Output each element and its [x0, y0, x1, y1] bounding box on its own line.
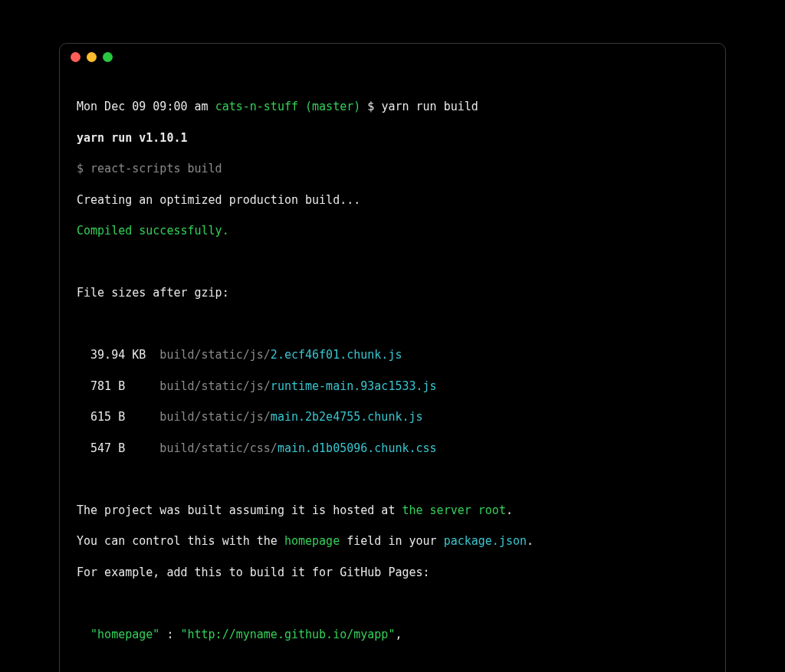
creating-build: Creating an optimized production build..…: [77, 192, 708, 208]
homepage-info: You can control this with the homepage f…: [77, 533, 708, 549]
package-json: package.json: [444, 534, 527, 548]
maximize-icon[interactable]: [103, 52, 113, 62]
blank-line: [77, 316, 708, 332]
text: .: [506, 503, 513, 517]
file-size: 547 B: [90, 441, 153, 456]
prompt-separator: $: [360, 100, 381, 113]
file-name: main.2b2e4755.chunk.js: [271, 410, 423, 424]
file-path: build/static/js/: [159, 379, 271, 393]
file-row: 39.94 KB build/static/js/2.ecf46f01.chun…: [77, 347, 708, 362]
indent: [77, 441, 90, 455]
window-titlebar: [60, 44, 725, 70]
file-row: 615 B build/static/js/main.2b2e4755.chun…: [77, 409, 708, 425]
file-path: build/static/js/: [159, 410, 271, 424]
comma: ,: [395, 628, 402, 641]
example-info: For example, add this to build it for Gi…: [77, 565, 708, 580]
homepage-example: "homepage" : "http://myname.github.io/my…: [77, 627, 708, 642]
minimize-icon[interactable]: [87, 52, 97, 62]
text: .: [527, 534, 534, 548]
script-command: $ react-scripts build: [77, 161, 708, 176]
file-size: 39.94 KB: [90, 347, 153, 362]
blank-line: [77, 471, 708, 487]
file-name: main.d1b05096.chunk.css: [278, 441, 437, 455]
homepage-value: "http://myname.github.io/myapp": [180, 628, 395, 641]
prompt-branch: (master): [298, 100, 360, 113]
indent: [77, 379, 90, 393]
homepage-key: "homepage": [90, 628, 159, 641]
indent: [77, 348, 90, 362]
colon: :: [159, 628, 180, 641]
indent: [77, 628, 90, 641]
command-text: yarn run build: [381, 100, 478, 113]
prompt-datetime: Mon Dec 09 09:00 am: [77, 100, 215, 113]
hosted-info: The project was built assuming it is hos…: [77, 503, 708, 518]
file-row: 781 B build/static/js/runtime-main.93ac1…: [77, 379, 708, 394]
file-row: 547 B build/static/css/main.d1b05096.chu…: [77, 441, 708, 456]
blank-line: [77, 254, 708, 270]
homepage-field: homepage: [284, 534, 340, 548]
file-path: build/static/js/: [159, 348, 271, 362]
blank-line: [77, 657, 708, 672]
file-size: 781 B: [90, 379, 153, 394]
server-root: the server root: [402, 503, 505, 517]
file-size: 615 B: [90, 409, 153, 425]
yarn-version: yarn run v1.10.1: [77, 130, 708, 146]
file-name: 2.ecf46f01.chunk.js: [271, 348, 402, 362]
file-path: build/static/css/: [159, 441, 278, 455]
text: The project was built assuming it is hos…: [77, 503, 402, 517]
text: field in your: [340, 534, 443, 548]
terminal-output[interactable]: Mon Dec 09 09:00 am cats-n-stuff (master…: [60, 70, 725, 672]
file-sizes-header: File sizes after gzip:: [77, 285, 708, 300]
text: You can control this with the: [77, 534, 284, 548]
blank-line: [77, 595, 708, 611]
prompt-repo: cats-n-stuff: [215, 100, 298, 113]
terminal-window: Mon Dec 09 09:00 am cats-n-stuff (master…: [59, 43, 726, 672]
prompt-line: Mon Dec 09 09:00 am cats-n-stuff (master…: [77, 99, 708, 114]
indent: [77, 410, 90, 424]
close-icon[interactable]: [71, 52, 80, 62]
file-name: runtime-main.93ac1533.js: [271, 379, 437, 393]
compiled-success: Compiled successfully.: [77, 223, 708, 238]
